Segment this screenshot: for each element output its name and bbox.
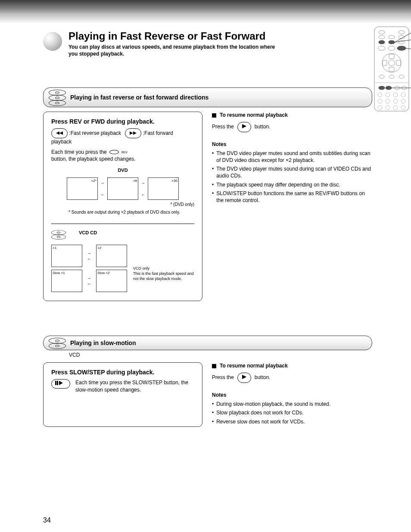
section-slowmotion-label: Playing in slow-motion bbox=[70, 339, 136, 346]
note-item: Slow playback does not work for CDs. bbox=[216, 409, 303, 416]
svg-marker-50 bbox=[242, 375, 246, 379]
speed-x2: ×2* bbox=[67, 177, 98, 200]
svg-marker-42 bbox=[56, 131, 59, 135]
page-number: 34 bbox=[43, 516, 51, 524]
cd-x1: ×1 bbox=[51, 245, 82, 267]
speed-line-prefix: Each time you press the bbox=[51, 149, 107, 156]
svg-point-29 bbox=[401, 93, 405, 97]
header-gradient bbox=[0, 0, 411, 24]
notes-block-1: Notes The DVD video player mutes sound a… bbox=[212, 141, 372, 204]
cd-label: VCD CD bbox=[79, 230, 97, 236]
svg-point-10 bbox=[388, 46, 395, 50]
rev-button[interactable] bbox=[51, 128, 68, 138]
svg-point-23 bbox=[386, 86, 392, 90]
disc-icons bbox=[49, 90, 66, 105]
svg-point-26 bbox=[378, 93, 382, 97]
note-item: The playback speed may differ depending … bbox=[216, 181, 340, 188]
svg-rect-48 bbox=[57, 381, 58, 385]
resume-title-2: To resume normal playback bbox=[220, 362, 288, 370]
square-bullet-icon bbox=[212, 113, 216, 118]
step2-title: Press SLOW/STEP during playback. bbox=[51, 369, 194, 376]
svg-point-2 bbox=[399, 31, 405, 34]
svg-rect-47 bbox=[55, 381, 56, 385]
svg-point-20 bbox=[399, 75, 404, 78]
svg-marker-49 bbox=[59, 381, 63, 385]
svg-rect-14 bbox=[389, 67, 394, 72]
svg-point-37 bbox=[401, 106, 405, 110]
notes-heading-2: Notes bbox=[212, 392, 372, 399]
disc-icons-2 bbox=[49, 338, 66, 348]
cd-speed-grid: ×1 →← ×2 Slow ×1 →← Slow ×2 bbox=[51, 245, 127, 292]
dvd-speed-row: ×2* →← ×8 →← ×30 bbox=[51, 177, 194, 200]
resume-heading-2: To resume normal playback bbox=[212, 362, 372, 370]
cd-slow2: Slow ×2 bbox=[96, 270, 127, 292]
svg-rect-15 bbox=[383, 60, 387, 65]
section-fastplay: Playing in fast reverse or fast forward … bbox=[43, 87, 372, 107]
svg-marker-46 bbox=[242, 124, 246, 128]
cd-row: VCD CD bbox=[51, 230, 194, 240]
square-bullet-icon bbox=[212, 364, 216, 368]
resume-button-suffix-2: button. bbox=[255, 374, 271, 381]
svg-point-34 bbox=[378, 106, 382, 110]
step1-title: Press REV or FWD during playback. bbox=[51, 118, 194, 125]
svg-marker-44 bbox=[130, 131, 133, 135]
note-item: The DVD video player mutes sound during … bbox=[216, 165, 372, 179]
svg-point-36 bbox=[393, 106, 398, 110]
page-subtitle: You can play discs at various speeds, an… bbox=[68, 44, 275, 57]
resume-press: Press the bbox=[212, 123, 234, 131]
footnote1: * (DVD only) bbox=[51, 202, 194, 208]
speed-line-suffix: button, the playback speed changes. bbox=[51, 156, 194, 162]
notes-heading: Notes bbox=[212, 141, 372, 148]
note-item: SLOW/STEP button functions the same as R… bbox=[216, 190, 372, 204]
svg-point-6 bbox=[379, 40, 385, 44]
note-item: The DVD video player mutes sound and omi… bbox=[216, 150, 372, 164]
title-row: Playing in Fast Reverse or Fast Forward … bbox=[43, 30, 372, 57]
cd-slow1: Slow ×1 bbox=[51, 270, 82, 292]
svg-point-19 bbox=[389, 75, 394, 78]
svg-point-4 bbox=[389, 35, 395, 39]
rev-tiny-label: REV bbox=[121, 150, 128, 154]
slow-step-button[interactable] bbox=[51, 379, 70, 389]
cd-x2: ×2 bbox=[96, 245, 127, 267]
section-slowmotion: Playing in slow-motion bbox=[43, 336, 372, 350]
svg-point-18 bbox=[379, 75, 384, 78]
svg-marker-43 bbox=[59, 131, 63, 135]
play-button[interactable] bbox=[237, 122, 251, 132]
svg-point-11 bbox=[397, 46, 406, 50]
svg-rect-16 bbox=[396, 60, 401, 65]
svg-point-28 bbox=[393, 93, 398, 97]
resume-press-2: Press the bbox=[212, 374, 234, 381]
svg-point-7 bbox=[389, 40, 395, 44]
svg-point-31 bbox=[386, 99, 390, 103]
sphere-icon bbox=[43, 32, 62, 51]
small-oval-icon bbox=[109, 150, 119, 154]
step-box-2: Press SLOW/STEP during playback. Each ti… bbox=[43, 362, 202, 426]
svg-point-17 bbox=[389, 60, 395, 66]
notes-block-2: Notes During slow-motion playback, the s… bbox=[212, 392, 372, 425]
page-title: Playing in Fast Reverse or Fast Forward bbox=[68, 30, 372, 42]
svg-point-35 bbox=[386, 106, 390, 110]
cd-note1: VCD only bbox=[133, 266, 194, 271]
svg-point-30 bbox=[378, 99, 382, 103]
step-box-1: Press REV or FWD during playback. :Fast … bbox=[43, 112, 202, 301]
svg-point-9 bbox=[378, 46, 385, 50]
section-fastplay-label: Playing in fast reverse or fast forward … bbox=[70, 94, 209, 101]
fwd-button[interactable] bbox=[125, 128, 141, 138]
speed-x30: ×30 bbox=[148, 177, 179, 200]
svg-point-22 bbox=[379, 86, 385, 90]
footnote2: * Sounds are output during ×2 playback o… bbox=[51, 209, 194, 215]
speed-x8: ×8 bbox=[107, 177, 138, 200]
svg-point-3 bbox=[379, 35, 385, 39]
svg-point-1 bbox=[379, 31, 385, 34]
resume-title: To resume normal playback bbox=[220, 112, 288, 119]
svg-point-33 bbox=[401, 99, 405, 103]
play-button-2[interactable] bbox=[237, 373, 251, 383]
svg-point-27 bbox=[386, 93, 390, 97]
remote-illustration: REV FWD PLAY SLOW/STEP bbox=[372, 26, 411, 112]
resume-heading: To resume normal playback bbox=[212, 112, 372, 119]
cd-note2: This is the fast playback speed and not … bbox=[133, 271, 194, 281]
step2-desc: Each time you press the SLOW/STEP button… bbox=[75, 379, 194, 393]
resume-button-suffix: button. bbox=[255, 123, 271, 131]
vcd-sublabel: VCD bbox=[69, 352, 372, 358]
svg-point-32 bbox=[393, 99, 398, 103]
